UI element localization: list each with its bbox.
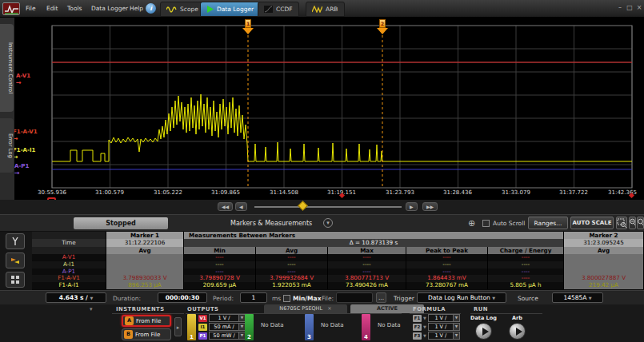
- datalogger-play-icon: [206, 6, 214, 13]
- scroll-first-button[interactable]: ◀◀: [218, 202, 233, 211]
- trace-label-a-p1[interactable]: A-P1→: [14, 164, 29, 176]
- ccdf-icon: [264, 6, 273, 13]
- tab-data-logger[interactable]: Data Logger: [200, 2, 260, 17]
- sidebar-tab-instrument-control[interactable]: Instrument Control: [0, 24, 14, 112]
- duration-label: Duration:: [113, 295, 141, 302]
- col-header-charge: Charge / Energy: [488, 247, 564, 254]
- tab-ccdf[interactable]: CCDF: [258, 2, 299, 17]
- waveform-plot[interactable]: [0, 18, 644, 200]
- v1-scale-dropdown[interactable]: 1 V /▼: [209, 314, 246, 322]
- ranges-button[interactable]: Ranges...: [528, 217, 568, 229]
- trigger-dropdown[interactable]: Data Log Run Button ▼: [417, 292, 506, 303]
- trace-arrow-icon: →: [13, 154, 35, 160]
- period-unit: ms: [272, 295, 281, 302]
- formula-f3-row: F3 ▼ 1 V /▼: [413, 332, 460, 340]
- view-chevron-icon[interactable]: ▾: [323, 218, 333, 228]
- menu-tools[interactable]: Tools: [67, 5, 82, 12]
- scroll-last-button[interactable]: ▶▶: [422, 202, 438, 211]
- f1-scale-dropdown[interactable]: 1 V /▼: [428, 314, 460, 322]
- channel1-bar[interactable]: 1: [187, 314, 196, 340]
- data-log-label: Data Log: [470, 315, 497, 321]
- menu-help[interactable]: Help: [130, 5, 143, 12]
- tab-data-logger-label: Data Logger: [217, 6, 254, 13]
- chevron-down-icon[interactable]: ▼: [423, 316, 426, 320]
- data-log-play-button[interactable]: [475, 323, 492, 340]
- sidebar-tab-error-log[interactable]: Error Log: [0, 118, 14, 173]
- auto-scale-button[interactable]: AUTO SCALE: [570, 217, 614, 229]
- tab-arb[interactable]: ARB: [306, 2, 345, 17]
- zoom-out-icon[interactable]: [637, 217, 644, 229]
- col-header-max: Max: [328, 247, 406, 254]
- f1-badge: F1: [413, 315, 422, 322]
- marker2-time: 31:23.095245: [564, 239, 644, 247]
- browse-button[interactable]: ...: [376, 292, 386, 303]
- scroll-prev-button[interactable]: ◀: [235, 202, 247, 211]
- tools-icon[interactable]: [6, 233, 25, 249]
- zoom-in-icon[interactable]: [629, 217, 636, 229]
- pan-icon[interactable]: ⊕: [468, 218, 475, 229]
- source-dropdown[interactable]: 14585A ▼: [552, 292, 603, 303]
- formula-f2-row: F2 ▼ 1 V /▼: [413, 323, 460, 331]
- markers-icon[interactable]: [6, 253, 25, 268]
- time-header: Time: [32, 239, 106, 247]
- scroll-next-button[interactable]: ▶: [406, 202, 418, 211]
- timescale-dropdown[interactable]: 4.643 s / ▼: [46, 292, 106, 303]
- tab-scope[interactable]: Scope: [160, 2, 205, 17]
- trace-label-a-v1[interactable]: A-V1→: [16, 74, 30, 86]
- minmax-checkbox[interactable]: [283, 295, 290, 302]
- instrument-b-button[interactable]: B From File: [122, 328, 171, 340]
- chevron-right-icon[interactable]: ▸: [174, 317, 182, 336]
- channel3-bar[interactable]: 3: [305, 314, 314, 340]
- log-settings-bar: 4.643 s / ▼ Duration: 000:00:30 Period: …: [0, 290, 644, 304]
- app-window: File Edit Tools Data Logger Help i Scope…: [0, 0, 644, 342]
- channel2-bar[interactable]: 2: [245, 314, 254, 340]
- x-tick: 31:00.579: [88, 189, 131, 196]
- period-label: Period:: [213, 295, 234, 302]
- marker1-label: 1: [245, 19, 251, 28]
- x-tick: 31:33.079: [494, 189, 538, 196]
- status-badge: Stopped: [74, 217, 168, 229]
- scroll-handle[interactable]: [298, 201, 308, 211]
- col-header-ptp: Peak to Peak: [406, 247, 488, 254]
- channel4-bar[interactable]: 4: [362, 314, 370, 340]
- menu-file[interactable]: File: [26, 5, 36, 12]
- minimize-icon[interactable]: –: [616, 4, 624, 12]
- arb-play-button[interactable]: [509, 323, 526, 340]
- info-icon[interactable]: i: [146, 3, 156, 14]
- p1-scale-dropdown[interactable]: 50 mW /▼: [209, 332, 246, 340]
- layout-grid-icon[interactable]: [6, 272, 25, 288]
- view-selector-label[interactable]: Markers & Measurements: [230, 220, 312, 227]
- between-markers-header: Measurements Between Markers: [184, 232, 564, 239]
- table-row: A-V1 -------- -------- ----: [32, 254, 644, 261]
- zoom-region-icon[interactable]: [616, 217, 627, 229]
- log-tab[interactable]: N6705C PSEQHL ×: [264, 304, 347, 313]
- trace-label-f1-a-i1[interactable]: F1-A-I1→: [13, 148, 35, 160]
- menu-edit[interactable]: Edit: [46, 5, 58, 12]
- x-tick: 30:55.936: [30, 189, 74, 196]
- instrument-a-button[interactable]: A From File: [122, 315, 171, 327]
- p1-badge: P1: [198, 332, 207, 340]
- scroll-track[interactable]: [254, 206, 402, 208]
- chevron-down-icon[interactable]: ▾: [90, 306, 93, 312]
- close-icon[interactable]: ×: [635, 4, 643, 12]
- auto-scroll-checkbox[interactable]: [482, 220, 490, 227]
- f2-scale-dropdown[interactable]: 1 V /▼: [428, 323, 460, 331]
- marker1-arrow-icon[interactable]: 1: [242, 19, 254, 34]
- duration-value[interactable]: 000:00:30: [158, 292, 207, 303]
- file-input[interactable]: [336, 292, 373, 303]
- tab-scope-label: Scope: [180, 6, 198, 13]
- col-header-avg: Avg: [256, 247, 328, 254]
- period-input[interactable]: 1: [240, 292, 267, 303]
- i1-scale-dropdown[interactable]: 50 mA /▼: [209, 323, 246, 331]
- marker2-arrow-icon[interactable]: 2: [377, 19, 388, 34]
- chevron-down-icon[interactable]: ▼: [423, 324, 426, 329]
- trace-arrow-icon: →: [16, 80, 30, 86]
- f3-scale-dropdown[interactable]: 1 V /▼: [428, 332, 460, 340]
- trace-label-f1-a-v1[interactable]: F1-A-V1→: [13, 129, 38, 141]
- chevron-down-icon[interactable]: ▼: [423, 333, 426, 338]
- table-row: A-P1 -------- -------- ----: [32, 268, 644, 276]
- tab-close-icon[interactable]: ×: [327, 305, 331, 312]
- restore-icon[interactable]: □: [626, 4, 634, 12]
- menu-data-logger[interactable]: Data Logger: [91, 5, 128, 12]
- instruments-header: INSTRUMENTS: [116, 306, 165, 312]
